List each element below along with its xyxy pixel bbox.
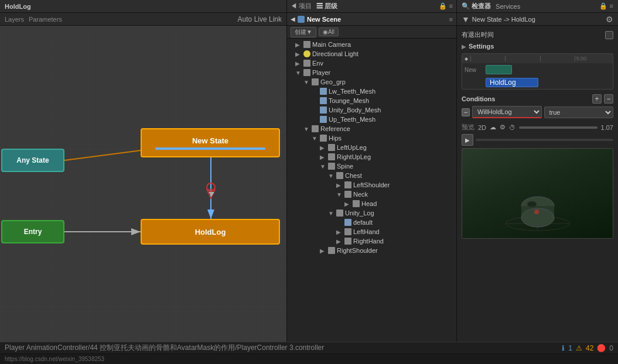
expand-arrow: ▶ xyxy=(336,229,344,235)
preview-2d[interactable]: 2D xyxy=(478,124,486,131)
tree-item-right-up-leg[interactable]: ▶ RightUpLeg xyxy=(287,152,456,162)
obj-icon xyxy=(328,163,335,170)
error-icon: 🛑 xyxy=(597,344,606,352)
scene-title: New Scene xyxy=(307,16,341,23)
inspector-tab[interactable]: 🔍 检查器 xyxy=(462,2,491,11)
inspector-icon: ▼ xyxy=(462,15,470,24)
mesh-icon xyxy=(344,219,351,226)
error-count: 0 xyxy=(609,344,613,352)
expand-arrow: ▶ xyxy=(320,145,328,151)
tree-item-chest[interactable]: ▼ Chest xyxy=(287,171,456,180)
condition-param-select[interactable]: WillHoldLog xyxy=(472,106,542,118)
add-condition-btn[interactable]: + xyxy=(592,94,602,104)
obj-icon xyxy=(328,153,335,160)
menu-icon[interactable]: ≡ xyxy=(449,2,453,10)
tree-item-head[interactable]: ▶ Head xyxy=(287,199,456,208)
expand-arrow: ▼ xyxy=(320,163,328,170)
preview-icon2[interactable]: ⚙ xyxy=(500,123,506,131)
hierarchy-panel: ◀ New Scene ≡ 创建▼ ◉All ▶ Main Camera ▶ D… xyxy=(287,13,457,342)
auto-live-link-label[interactable]: Auto Live Link xyxy=(238,15,282,23)
tree-item-neck[interactable]: ▼ Neck xyxy=(287,190,456,199)
preview-progress-bar xyxy=(476,139,613,141)
obj-icon xyxy=(328,247,335,254)
create-btn[interactable]: 创建▼ xyxy=(291,27,316,37)
any-state-node[interactable]: Any State xyxy=(1,149,64,172)
preview-label: 预览 xyxy=(462,123,474,132)
scene-triangle[interactable]: ◀ xyxy=(291,16,295,22)
tree-item-tounge[interactable]: Tounge_Mesh xyxy=(287,96,456,105)
obj-icon xyxy=(312,78,319,85)
warn-count: 42 xyxy=(586,344,593,352)
condition-op-select[interactable]: true false xyxy=(544,107,614,118)
tree-item-spine[interactable]: ▼ Spine xyxy=(287,162,456,171)
tree-item-right-hand[interactable]: ▶ RightHand xyxy=(287,236,456,246)
tree-item-left-up-leg[interactable]: ▶ LeftUpLeg xyxy=(287,143,456,152)
preview-play-btn[interactable]: ▶ xyxy=(462,134,473,146)
tree-item-hips[interactable]: ▼ Hips xyxy=(287,133,456,143)
all-filter[interactable]: ◉All xyxy=(319,28,339,36)
body-mesh-label: Unity_Body_Mesh xyxy=(329,107,381,114)
lw-teeth-label: Lw_Teeth_Mesh xyxy=(329,88,375,95)
hierarchy-tab[interactable]: ☰ 层级 xyxy=(316,2,337,11)
expand-arrow: ▼ xyxy=(303,126,312,132)
preview-speed-slider[interactable] xyxy=(519,126,597,129)
exit-time-row: 有退出时间 xyxy=(462,30,613,39)
animator-tab-label: HoldLog xyxy=(5,3,31,10)
main-camera-label: Main Camera xyxy=(312,41,351,48)
geo-grp-label: Geo_grp xyxy=(320,78,346,85)
right-shoulder-label: RightShoulder xyxy=(337,247,378,254)
gear-icon[interactable]: ⚙ xyxy=(606,15,613,24)
holdlog-node[interactable]: HoldLog xyxy=(141,219,280,245)
obj-icon xyxy=(336,210,343,217)
entry-node[interactable]: Entry xyxy=(1,220,64,243)
services-tab[interactable]: Services xyxy=(496,3,520,10)
unity-log-label: Unity_Log xyxy=(345,210,374,217)
expand-arrow: ▼ xyxy=(328,210,336,217)
tree-item-default[interactable]: default xyxy=(287,218,456,227)
url-text: https://blog.csdn.net/weixin_39538253 xyxy=(5,356,104,362)
left-hand-label: LeftHand xyxy=(353,228,380,235)
tree-item-player[interactable]: ▼ Player xyxy=(287,68,456,77)
tree-item-lw-teeth[interactable]: Lw_Teeth_Mesh xyxy=(287,87,456,96)
tree-item-dir-light[interactable]: ▶ Directional Light xyxy=(287,49,456,59)
settings-arrow: ▶ xyxy=(462,43,466,50)
tree-item-body-mesh[interactable]: Unity_Body_Mesh xyxy=(287,105,456,115)
left-shoulder-label: LeftShoulder xyxy=(353,181,390,188)
conditions-title: Conditions xyxy=(462,95,495,102)
preview-icon3[interactable]: ⏱ xyxy=(509,124,515,131)
exit-time-checkbox[interactable] xyxy=(605,31,613,39)
tree-item-left-hand[interactable]: ▶ LeftHand xyxy=(287,227,456,236)
track-block-new[interactable] xyxy=(486,65,512,74)
settings-section-header[interactable]: ▶ Settings xyxy=(462,43,613,50)
remove-cond-btn[interactable]: − xyxy=(462,108,470,116)
tree-item-left-shoulder[interactable]: ▶ LeftShoulder xyxy=(287,180,456,190)
grid-bg xyxy=(0,26,286,342)
hierarchy-menu[interactable]: ≡ xyxy=(449,16,453,23)
animator-canvas: Any State Entry New State HoldLog xyxy=(0,26,286,342)
tree-item-env[interactable]: ▶ Env xyxy=(287,59,456,68)
timeline-track-new: New xyxy=(462,63,613,76)
remove-condition-btn[interactable]: − xyxy=(604,94,613,104)
lock-icon: 🔒 xyxy=(439,2,447,10)
tree-item-up-teeth[interactable]: Up_Teeth_Mesh xyxy=(287,115,456,124)
tounge-label: Tounge_Mesh xyxy=(329,97,369,104)
tree-item-unity-log[interactable]: ▼ Unity_Log xyxy=(287,208,456,218)
preview-icon1[interactable]: ☁ xyxy=(490,123,496,131)
obj-icon xyxy=(336,172,343,179)
layers-label: Layers xyxy=(5,16,24,23)
menu-icon-2[interactable]: ≡ xyxy=(610,2,613,10)
lock-icon-2: 🔒 xyxy=(599,2,607,10)
expand-arrow: ▶ xyxy=(336,182,344,188)
project-tab[interactable]: ◀ 项目 xyxy=(291,2,312,11)
info-count: 1 xyxy=(568,344,572,352)
expand-arrow: ▼ xyxy=(328,173,336,179)
track-block-holdlog[interactable]: HoldLog xyxy=(486,78,538,87)
tree-item-geo-grp[interactable]: ▼ Geo_grp xyxy=(287,77,456,87)
tree-item-reference[interactable]: ▼ Reference xyxy=(287,124,456,133)
new-state-node[interactable]: New State xyxy=(141,128,280,157)
tree-item-main-camera[interactable]: ▶ Main Camera xyxy=(287,40,456,49)
expand-arrow: ▶ xyxy=(295,60,303,67)
tree-item-right-shoulder[interactable]: ▶ RightShoulder xyxy=(287,246,456,255)
expand-arrow: ▼ xyxy=(303,79,312,85)
expand-arrow: ▶ xyxy=(295,51,303,57)
